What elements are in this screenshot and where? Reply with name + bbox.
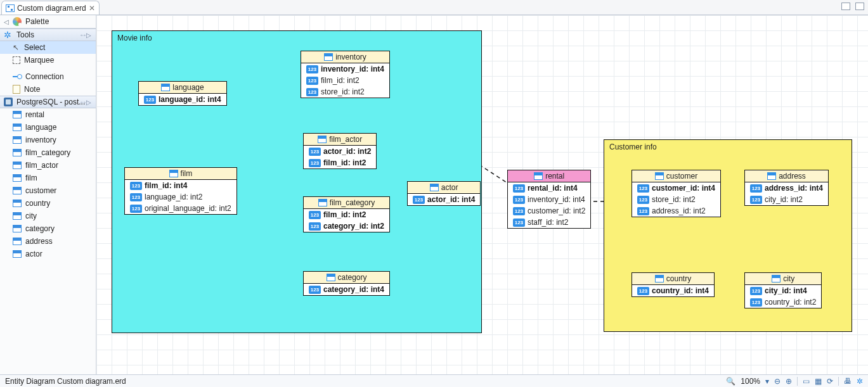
palette-table-inventory[interactable]: inventory	[0, 134, 96, 146]
entity-header[interactable]: inventory	[301, 51, 389, 63]
table-list: rentallanguageinventoryfilm_categoryfilm…	[0, 108, 96, 260]
status-text: Entity Diagram Custom diagram.erd	[5, 377, 126, 386]
drawer-icon[interactable]: ◦◦▷	[81, 99, 92, 106]
refresh-icon[interactable]: ⟳	[827, 377, 833, 386]
grid-icon[interactable]: ▦	[815, 377, 822, 386]
marquee-icon	[13, 56, 20, 64]
zoom-in-btn[interactable]: ⊕	[786, 377, 792, 386]
entity-header[interactable]: category	[304, 272, 389, 284]
entity-column[interactable]: 123address_id: int2	[632, 205, 720, 217]
tool-connection[interactable]: Connection	[0, 70, 96, 83]
palette-table-actor[interactable]: actor	[0, 248, 96, 260]
entity-header[interactable]: film_actor	[304, 134, 376, 146]
entity-header[interactable]: address	[745, 170, 828, 182]
tool-select[interactable]: ↖ Select	[0, 41, 96, 54]
entity-category[interactable]: category123category_id: int4	[303, 271, 390, 296]
entity-film[interactable]: film123film_id: int4123language_id: int2…	[124, 167, 237, 215]
palette-table-country[interactable]: country	[0, 197, 96, 210]
entity-header[interactable]: rental	[508, 170, 590, 182]
entity-country[interactable]: country123country_id: int4	[632, 272, 715, 297]
db-section-header[interactable]: PostgreSQL - post... ◦◦▷	[0, 96, 96, 108]
entity-header[interactable]: customer	[632, 170, 720, 182]
entity-column[interactable]: 123category_id: int2	[304, 220, 389, 232]
zoom-dropdown-icon[interactable]: ▾	[765, 377, 769, 386]
entity-film_actor[interactable]: film_actor123actor_id: int2123film_id: i…	[303, 133, 377, 169]
entity-header[interactable]: country	[632, 273, 714, 285]
entity-column[interactable]: 123inventory_id: int4	[508, 194, 590, 205]
close-icon[interactable]: ✕	[89, 4, 95, 13]
datatype-icon: 123	[309, 222, 321, 231]
drawer-icon[interactable]: ◦◦▷	[81, 32, 92, 39]
entity-column[interactable]: 123original_language_id: int2	[125, 203, 236, 214]
entity-column[interactable]: 123city_id: int2	[745, 194, 828, 205]
entity-column[interactable]: 123film_id: int4	[125, 180, 236, 191]
entity-column[interactable]: 123country_id: int4	[632, 285, 714, 296]
editor-tab[interactable]: Custom diagram.erd ✕	[1, 1, 100, 15]
entity-inventory[interactable]: inventory123inventory_id: int4123film_id…	[301, 51, 390, 98]
entity-column[interactable]: 123store_id: int2	[301, 86, 389, 98]
entity-header[interactable]: film	[125, 168, 236, 180]
back-icon[interactable]: ◁	[4, 18, 9, 25]
tool-marquee[interactable]: Marquee	[0, 54, 96, 67]
entity-header[interactable]: language	[139, 82, 226, 94]
table-icon	[327, 274, 335, 281]
postgres-icon	[4, 98, 13, 106]
entity-address[interactable]: address123address_id: int4123city_id: in…	[744, 170, 829, 206]
entity-column[interactable]: 123language_id: int2	[125, 191, 236, 203]
layout-icon[interactable]: ▭	[803, 377, 810, 386]
settings-icon[interactable]: ✲	[857, 377, 863, 386]
entity-city[interactable]: city123city_id: int4123country_id: int2	[744, 272, 822, 308]
entity-name: film	[181, 169, 193, 178]
entity-column[interactable]: 123inventory_id: int4	[301, 63, 389, 75]
palette-table-rental[interactable]: rental	[0, 108, 96, 121]
datatype-icon: 123	[144, 96, 156, 104]
table-icon	[169, 170, 178, 177]
palette-table-category[interactable]: category	[0, 222, 96, 235]
diagram-canvas[interactable]: Movie info Customer info language123lang…	[96, 15, 868, 374]
palette-table-customer[interactable]: customer	[0, 184, 96, 197]
table-icon	[161, 84, 170, 91]
entity-header[interactable]: city	[745, 273, 821, 285]
entity-header[interactable]: film_category	[304, 197, 389, 209]
entity-column[interactable]: 123store_id: int2	[632, 194, 720, 205]
zoom-out-icon[interactable]: 🔍	[726, 377, 735, 386]
palette-table-address[interactable]: address	[0, 235, 96, 248]
entity-column[interactable]: 123customer_id: int2	[508, 205, 590, 217]
entity-column[interactable]: 123language_id: int4	[139, 94, 226, 105]
entity-rental[interactable]: rental123rental_id: int4123inventory_id:…	[507, 170, 591, 229]
entity-column[interactable]: 123film_id: int2	[304, 209, 389, 220]
entity-column[interactable]: 123country_id: int2	[745, 296, 821, 308]
entity-column[interactable]: 123rental_id: int4	[508, 182, 590, 194]
entity-column[interactable]: 123city_id: int4	[745, 285, 821, 296]
maximize-button[interactable]	[855, 3, 864, 10]
palette-table-film_actor[interactable]: film_actor	[0, 159, 96, 172]
entity-column[interactable]: 123film_id: int2	[304, 157, 376, 168]
entity-column[interactable]: 123actor_id: int4	[408, 194, 480, 205]
entity-actor[interactable]: actor123actor_id: int4	[407, 181, 481, 206]
entity-column[interactable]: 123category_id: int4	[304, 284, 389, 295]
tool-note[interactable]: Note	[0, 83, 96, 96]
erd-icon	[6, 4, 15, 12]
entity-column[interactable]: 123staff_id: int2	[508, 217, 590, 228]
table-icon	[13, 162, 22, 169]
palette-table-city[interactable]: city	[0, 210, 96, 222]
entity-header[interactable]: actor	[408, 182, 480, 194]
entity-column[interactable]: 123actor_id: int2	[304, 146, 376, 157]
palette-table-language[interactable]: language	[0, 121, 96, 134]
palette-table-film[interactable]: film	[0, 172, 96, 184]
entity-name: film_category	[330, 198, 375, 207]
zoom-out-btn[interactable]: ⊖	[774, 377, 781, 386]
entity-column[interactable]: 123film_id: int2	[301, 75, 389, 86]
entity-name: customer	[666, 172, 697, 181]
entity-column[interactable]: 123customer_id: int4	[632, 182, 720, 194]
entity-language[interactable]: language123language_id: int4	[138, 81, 227, 106]
entity-column[interactable]: 123address_id: int4	[745, 182, 828, 194]
tools-section-header[interactable]: ✲ Tools ◦◦▷	[0, 29, 96, 41]
palette-table-film_category[interactable]: film_category	[0, 146, 96, 159]
table-icon	[13, 250, 22, 258]
table-icon	[534, 172, 543, 180]
minimize-button[interactable]	[841, 3, 850, 10]
entity-film_category[interactable]: film_category123film_id: int2123category…	[303, 196, 390, 232]
print-icon[interactable]: 🖶	[844, 377, 852, 386]
entity-customer[interactable]: customer123customer_id: int4123store_id:…	[632, 170, 721, 217]
